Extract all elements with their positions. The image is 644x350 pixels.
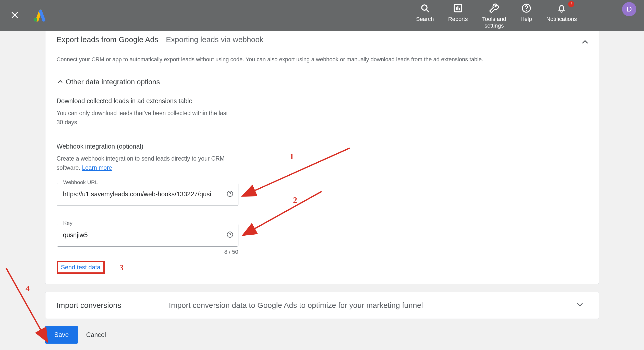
nav-search[interactable]: Search: [416, 2, 434, 22]
google-ads-logo-icon: [32, 9, 46, 22]
card-subtitle: Exporting leads via webhook: [166, 35, 263, 44]
top-nav: Search Reports Tools and settings Help !: [416, 2, 636, 29]
top-app-bar: Search Reports Tools and settings Help !: [0, 0, 644, 31]
svg-line-11: [6, 268, 42, 332]
webhook-url-label: Webhook URL: [61, 179, 100, 185]
help-icon[interactable]: [227, 190, 233, 198]
webhook-desc: Create a webhook integration to send lea…: [57, 154, 235, 172]
save-button[interactable]: Save: [45, 326, 78, 344]
send-test-data-button[interactable]: Send test data: [61, 264, 101, 271]
help-icon: [521, 3, 531, 13]
nav-label: Reports: [448, 16, 468, 22]
wrench-icon: [489, 3, 499, 13]
key-char-counter: 8 / 50: [57, 249, 238, 255]
import-conversions-card[interactable]: Import conversions Import conversion dat…: [45, 292, 599, 319]
card-title: Export leads from Google Ads: [57, 35, 159, 44]
annotation-number: 2: [293, 195, 297, 205]
svg-point-0: [34, 18, 37, 21]
card-intro-text: Connect your CRM or app to automatically…: [57, 55, 588, 64]
nav-reports[interactable]: Reports: [448, 2, 468, 22]
key-field: Key: [57, 224, 238, 247]
search-icon: [420, 3, 430, 13]
key-input[interactable]: [57, 224, 238, 247]
import-desc: Import conversion data to Google Ads to …: [159, 301, 575, 310]
nav-label: Tools and settings: [482, 16, 506, 29]
annotation-number: 3: [119, 263, 124, 272]
other-integration-options-toggle[interactable]: Other data integration options: [57, 78, 588, 86]
import-title: Import conversions: [57, 301, 159, 310]
annotation-number: 1: [290, 152, 294, 161]
nav-label: Search: [416, 16, 434, 22]
nav-notifications[interactable]: ! Notifications: [546, 2, 577, 22]
chevron-down-icon[interactable]: [575, 300, 588, 310]
svg-line-9: [253, 148, 350, 191]
nav-help[interactable]: Help: [520, 2, 532, 22]
reports-icon: [453, 3, 463, 13]
close-icon[interactable]: [10, 10, 19, 21]
nav-label: Help: [520, 16, 532, 22]
download-leads-desc: You can only download leads that've been…: [57, 109, 235, 127]
svg-point-6: [229, 195, 230, 195]
svg-point-8: [229, 236, 230, 236]
annotation-number: 4: [26, 284, 30, 293]
chevron-up-icon[interactable]: [580, 37, 590, 47]
account-avatar[interactable]: D: [622, 2, 636, 16]
nav-label: Notifications: [546, 16, 577, 22]
annotation-arrow: [4, 265, 47, 337]
svg-point-4: [526, 10, 527, 11]
bell-icon: [557, 3, 566, 13]
cancel-button[interactable]: Cancel: [86, 331, 106, 339]
webhook-url-field: Webhook URL: [57, 183, 238, 206]
help-icon[interactable]: [227, 231, 233, 239]
learn-more-link[interactable]: Learn more: [82, 164, 112, 171]
annotation-arrow: [248, 189, 327, 235]
nav-tools-settings[interactable]: Tools and settings: [482, 2, 506, 29]
svg-point-1: [422, 5, 427, 10]
key-label: Key: [61, 220, 75, 226]
svg-line-10: [253, 191, 322, 230]
vertical-divider: [599, 2, 599, 17]
webhook-url-input[interactable]: [57, 183, 238, 206]
avatar-letter: D: [627, 5, 632, 13]
notification-badge: !: [568, 1, 574, 7]
download-leads-heading: Download collected leads in ad extension…: [57, 97, 588, 105]
other-options-label: Other data integration options: [66, 78, 160, 86]
chevron-up-icon: [57, 78, 64, 86]
annotation-box: Send test data: [57, 261, 105, 274]
footer-actions: Save Cancel: [45, 326, 599, 344]
